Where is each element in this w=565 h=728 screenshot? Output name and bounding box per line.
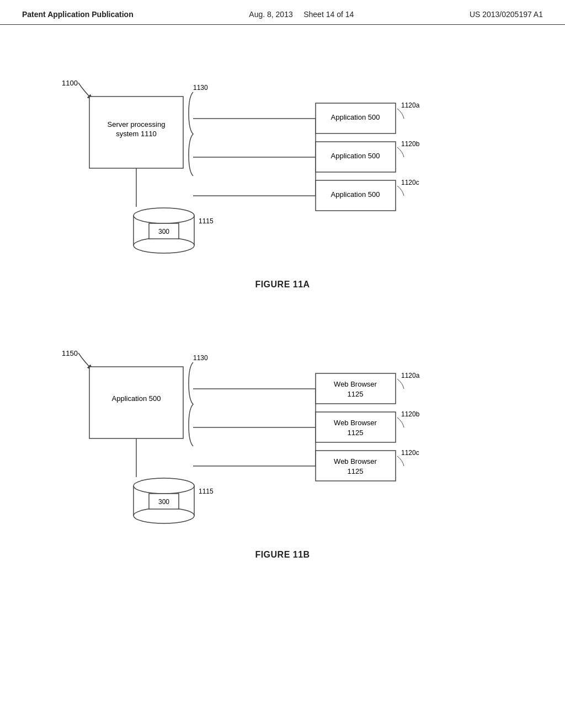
svg-text:Web Browser: Web Browser	[334, 380, 377, 388]
header-publication-label: Patent Application Publication	[22, 10, 134, 19]
svg-text:1125: 1125	[348, 467, 364, 475]
svg-rect-40	[316, 451, 396, 481]
ref-1100: 1100	[62, 79, 78, 87]
svg-text:1120b: 1120b	[401, 410, 420, 418]
header-patent-number: US 2013/0205197 A1	[470, 10, 543, 19]
svg-text:1130: 1130	[193, 84, 208, 92]
svg-text:300: 300	[158, 228, 169, 235]
page-content: 1100 Server processing s	[0, 25, 565, 598]
figure-11b-svg: 1150 Application 500 1130 Web Browser	[45, 312, 520, 532]
figure-11b-section: 1150 Application 500 1130 Web Browser	[33, 312, 532, 560]
figure-11a-svg: 1100 Server processing s	[45, 41, 520, 262]
svg-rect-36	[316, 412, 396, 442]
header-sheet: Sheet 14 of 14	[303, 10, 354, 19]
ref-1150: 1150	[62, 349, 78, 357]
svg-point-45	[134, 478, 194, 494]
svg-text:1120a: 1120a	[401, 101, 420, 109]
svg-text:Application 500: Application 500	[112, 394, 161, 403]
svg-text:1115: 1115	[199, 217, 214, 225]
figure-11b-label: FIGURE 11B	[33, 550, 532, 560]
page-header: Patent Application Publication Aug. 8, 2…	[0, 0, 565, 25]
svg-text:1130: 1130	[193, 354, 208, 362]
svg-rect-32	[316, 373, 396, 404]
svg-text:1120b: 1120b	[401, 140, 420, 148]
svg-text:Server processing: Server processing	[108, 120, 166, 129]
svg-text:1120c: 1120c	[401, 449, 419, 457]
svg-text:Web Browser: Web Browser	[334, 457, 377, 465]
svg-text:Application 500: Application 500	[331, 113, 380, 121]
svg-rect-25	[89, 367, 183, 438]
svg-text:Web Browser: Web Browser	[334, 419, 377, 427]
header-date: Aug. 8, 2013	[249, 10, 292, 19]
svg-text:1120c: 1120c	[401, 179, 419, 186]
svg-text:Application 500: Application 500	[331, 190, 380, 199]
svg-text:1115: 1115	[199, 488, 214, 495]
svg-text:1125: 1125	[348, 429, 364, 437]
svg-point-18	[134, 208, 194, 223]
svg-point-48	[134, 508, 194, 523]
header-date-sheet: Aug. 8, 2013 Sheet 14 of 14	[249, 10, 354, 19]
svg-text:Application 500: Application 500	[331, 152, 380, 160]
figure-11a-section: 1100 Server processing s	[33, 41, 532, 290]
svg-text:system 1110: system 1110	[116, 130, 157, 138]
svg-text:1125: 1125	[348, 390, 364, 398]
figure-11b-diagram: 1150 Application 500 1130 Web Browser	[45, 312, 520, 543]
svg-text:300: 300	[158, 498, 169, 506]
svg-text:1120a: 1120a	[401, 372, 420, 379]
figure-11a-label: FIGURE 11A	[33, 280, 532, 290]
svg-point-21	[134, 238, 194, 253]
figure-11a-diagram: 1100 Server processing s	[45, 41, 520, 273]
